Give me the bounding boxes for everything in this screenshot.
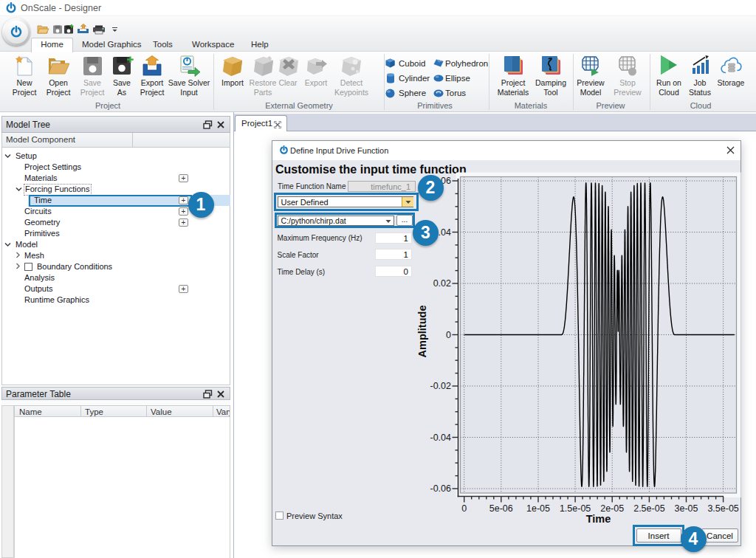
svg-text:0.02: 0.02 <box>433 278 451 289</box>
svg-text:0.06: 0.06 <box>433 176 451 186</box>
svg-text:-0.06: -0.06 <box>430 483 452 494</box>
svg-text:2.5e-05: 2.5e-05 <box>633 503 664 514</box>
svg-text:Time: Time <box>586 513 611 525</box>
svg-text:3.5e-05: 3.5e-05 <box>707 503 738 514</box>
svg-text:Amplitude: Amplitude <box>416 306 428 358</box>
svg-text:3e-05: 3e-05 <box>675 503 698 514</box>
svg-text:-0.04: -0.04 <box>430 433 452 443</box>
svg-text:5e-06: 5e-06 <box>489 503 513 514</box>
svg-text:1e-05: 1e-05 <box>526 503 550 514</box>
svg-text:0: 0 <box>461 503 467 514</box>
svg-text:0: 0 <box>446 330 451 340</box>
svg-text:-0.02: -0.02 <box>430 381 452 391</box>
svg-text:0.04: 0.04 <box>433 227 451 238</box>
